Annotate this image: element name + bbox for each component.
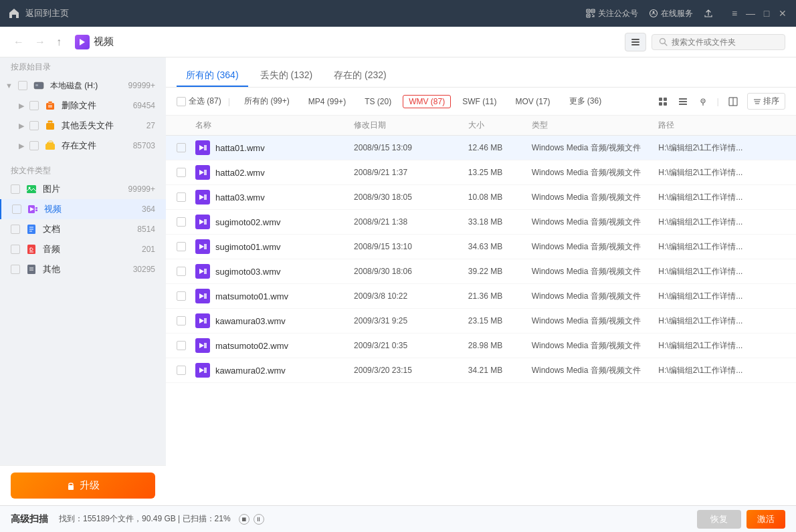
row-check-box-3[interactable] xyxy=(177,217,186,227)
select-all-checkbox[interactable] xyxy=(177,97,186,106)
table-row[interactable]: matsumoto01.wmv 2009/3/8 10:22 21.36 MB … xyxy=(166,284,796,309)
row-checkbox-7[interactable] xyxy=(177,316,195,325)
sidebar-item-lost[interactable]: ▶ 其他丢失文件 27 xyxy=(0,116,166,136)
location-btn[interactable] xyxy=(694,94,712,110)
row-checkbox-6[interactable] xyxy=(177,291,195,301)
header-path: 路径 xyxy=(658,120,785,131)
sidebar-item-exist[interactable]: ▶ 存在文件 85703 xyxy=(0,136,166,156)
row-check-box-1[interactable] xyxy=(177,168,186,177)
table-row[interactable]: kawamura02.wmv 2009/3/20 23:15 34.21 MB … xyxy=(166,358,796,383)
row-check-box-2[interactable] xyxy=(177,192,186,202)
table-row[interactable]: sugimoto03.wmv 2008/9/30 18:06 39.22 MB … xyxy=(166,259,796,284)
filter-ts-btn[interactable]: TS (20) xyxy=(357,94,399,109)
row-check-box-6[interactable] xyxy=(177,291,186,301)
sidebar-wrapper: 按原始目录 ▼ 本地磁盘 (H:) 99999+ ▶ xyxy=(0,57,166,505)
row-check-box-0[interactable] xyxy=(177,143,186,152)
forward-btn[interactable]: → xyxy=(32,33,48,51)
svg-point-52 xyxy=(702,100,704,102)
sidebar-item-disk[interactable]: ▼ 本地磁盘 (H:) 99999+ xyxy=(0,76,166,96)
grid-view-btn[interactable] xyxy=(654,94,672,110)
filter-mov-btn[interactable]: MOV (17) xyxy=(508,94,557,109)
tab-exist[interactable]: 存在的 (232) xyxy=(324,65,396,87)
maximize-btn[interactable]: □ xyxy=(761,8,772,19)
other-checkbox[interactable] xyxy=(11,265,20,274)
filter-swf-btn[interactable]: SWF (11) xyxy=(455,94,504,109)
row-file-icon-2 xyxy=(195,190,210,205)
row-path-5: H:\编辑组2\1工作详情... xyxy=(658,266,785,277)
view-menu-btn[interactable] xyxy=(625,33,646,51)
menu-btn[interactable]: ≡ xyxy=(729,8,740,19)
row-checkbox-3[interactable] xyxy=(177,217,195,227)
share-btn[interactable] xyxy=(704,9,713,18)
filter-mp4-btn[interactable]: MP4 (99+) xyxy=(301,94,353,109)
table-row[interactable]: hatta02.wmv 2008/9/21 1:37 13.25 MB Wind… xyxy=(166,160,796,185)
minimize-btn[interactable]: — xyxy=(745,8,756,19)
row-check-box-9[interactable] xyxy=(177,366,186,375)
tab-all[interactable]: 所有的 (364) xyxy=(177,65,248,87)
sidebar-upgrade-area: 升级 xyxy=(0,465,166,505)
row-checkbox-8[interactable] xyxy=(177,341,195,350)
trial-btn[interactable]: 激活 xyxy=(747,510,785,529)
search-input[interactable] xyxy=(672,37,778,47)
row-file-icon-0 xyxy=(195,140,210,155)
lost-checkbox[interactable] xyxy=(29,121,39,130)
search-box[interactable] xyxy=(652,34,785,50)
table-row[interactable]: sugimoto01.wmv 2008/9/15 13:10 34.63 MB … xyxy=(166,235,796,259)
table-row[interactable]: hatta01.wmv 2008/9/15 13:09 12.46 MB Win… xyxy=(166,136,796,160)
row-size-7: 23.15 MB xyxy=(468,316,532,325)
row-checkbox-0[interactable] xyxy=(177,143,195,152)
back-btn[interactable]: ← xyxy=(11,33,27,51)
row-check-box-8[interactable] xyxy=(177,341,186,350)
by-dir-title: 按原始目录 xyxy=(0,57,166,76)
stop-btn[interactable]: ⏹ xyxy=(239,514,250,525)
tab-lost[interactable]: 丢失的 (132) xyxy=(251,65,322,87)
sidebar-item-deleted[interactable]: ▶ 删除文件 69454 xyxy=(0,96,166,116)
row-checkbox-9[interactable] xyxy=(177,366,195,375)
row-size-1: 13.25 MB xyxy=(468,168,532,177)
row-checkbox-1[interactable] xyxy=(177,168,195,177)
up-btn[interactable]: ↑ xyxy=(54,33,64,51)
table-row[interactable]: hatta03.wmv 2008/9/30 18:05 10.08 MB Win… xyxy=(166,185,796,210)
table-row[interactable]: matsumoto02.wmv 2009/3/21 0:35 28.98 MB … xyxy=(166,334,796,358)
sidebar-item-video[interactable]: 视频 364 xyxy=(0,199,166,219)
exist-checkbox[interactable] xyxy=(29,141,39,150)
row-check-box-4[interactable] xyxy=(177,242,186,251)
svg-rect-28 xyxy=(27,185,36,193)
disk-checkbox[interactable] xyxy=(18,81,27,90)
row-check-box-7[interactable] xyxy=(177,316,186,325)
upgrade-btn[interactable]: 升级 xyxy=(11,473,155,499)
restore-btn[interactable]: 恢复 xyxy=(697,510,741,529)
filter-more-btn[interactable]: 更多 (36) xyxy=(562,93,609,110)
video-checkbox[interactable] xyxy=(12,205,21,214)
nav-right xyxy=(625,33,785,51)
sidebar-item-doc[interactable]: 文档 8514 xyxy=(0,219,166,239)
svg-rect-27 xyxy=(47,142,54,144)
home-label[interactable]: 返回到主页 xyxy=(25,7,69,19)
sidebar-item-audio[interactable]: 音频 201 xyxy=(0,239,166,259)
audio-checkbox[interactable] xyxy=(11,245,20,254)
row-checkbox-4[interactable] xyxy=(177,242,195,251)
pause-btn[interactable]: ⏸ xyxy=(254,514,264,525)
sidebar-item-other[interactable]: 其他 30295 xyxy=(0,259,166,279)
row-check-box-5[interactable] xyxy=(177,267,186,276)
filter-all-btn[interactable]: 所有的 (99+) xyxy=(237,93,297,110)
follow-btn[interactable]: 关注公众号 xyxy=(586,8,638,19)
close-btn[interactable]: ✕ xyxy=(777,8,788,19)
filter-wmv-btn[interactable]: WMV (87) xyxy=(403,95,451,108)
columns-btn[interactable] xyxy=(724,94,742,110)
picture-checkbox[interactable] xyxy=(11,184,20,194)
online-service-btn[interactable]: 在线服务 xyxy=(649,8,693,19)
row-type-9: Windows Media 音频/视频文件 xyxy=(532,365,659,376)
sidebar-item-picture[interactable]: 图片 99999+ xyxy=(0,179,166,199)
sort-btn[interactable]: 排序 xyxy=(747,93,785,110)
view-btns: | 排序 xyxy=(654,93,785,110)
table-row[interactable]: kawamura03.wmv 2009/3/31 9:25 23.15 MB W… xyxy=(166,309,796,334)
table-row[interactable]: sugimoto02.wmv 2008/9/21 1:38 33.18 MB W… xyxy=(166,210,796,235)
row-path-2: H:\编辑组2\1工作详情... xyxy=(658,192,785,203)
row-checkbox-5[interactable] xyxy=(177,267,195,276)
bottom-bar: 高级扫描 找到：155189个文件，90.49 GB | 已扫描：21% ⏹ ⏸… xyxy=(0,505,796,532)
row-checkbox-2[interactable] xyxy=(177,192,195,202)
deleted-checkbox[interactable] xyxy=(29,101,39,110)
list-view-btn[interactable] xyxy=(674,94,692,110)
doc-checkbox[interactable] xyxy=(11,225,20,234)
